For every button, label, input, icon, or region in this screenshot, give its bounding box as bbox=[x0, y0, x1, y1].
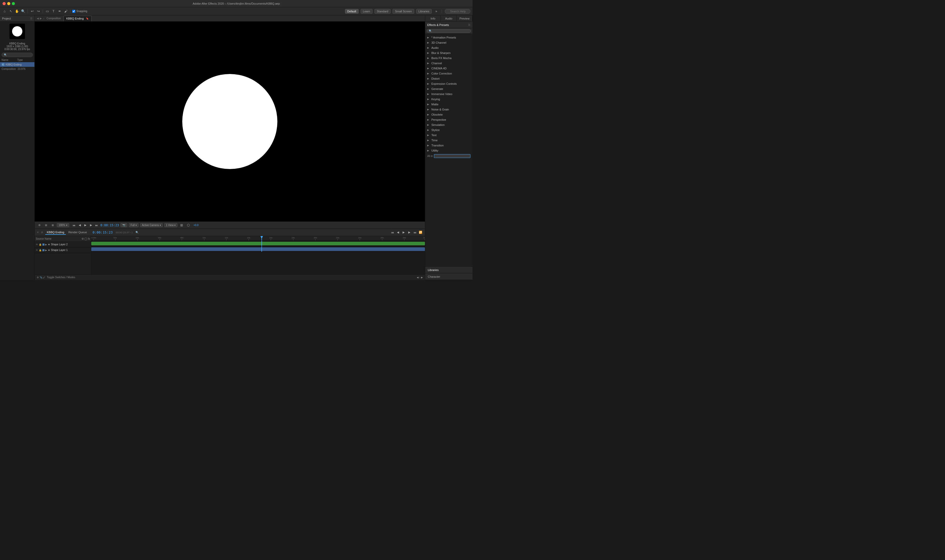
paint-tool[interactable]: 🖌 bbox=[63, 9, 68, 14]
play-btn[interactable]: ▶ bbox=[83, 223, 88, 228]
layer-visibility-2[interactable]: 👁 bbox=[36, 243, 38, 246]
viewer-grid-btn[interactable]: ⊞ bbox=[50, 223, 55, 228]
effects-item-obsolete[interactable]: ▶ Obsolete bbox=[425, 112, 473, 117]
effects-item-matte[interactable]: ▶ Matte bbox=[425, 102, 473, 107]
workspace-default[interactable]: Default bbox=[345, 9, 359, 14]
effects-item-color-correction[interactable]: ▶ Color Correction bbox=[425, 71, 473, 76]
close-button[interactable] bbox=[3, 2, 6, 5]
layer-lock-1[interactable]: 🔒 bbox=[39, 249, 42, 251]
comp-nav-left[interactable]: ◀ bbox=[37, 17, 39, 20]
tl-transport-prev[interactable]: ⏮ bbox=[390, 230, 395, 235]
select-tool[interactable]: ↖ bbox=[8, 9, 13, 14]
effects-item-stylize[interactable]: ▶ Stylize bbox=[425, 128, 473, 132]
maximize-button[interactable] bbox=[12, 2, 15, 5]
tl-transport-prev2[interactable]: ◀ bbox=[396, 230, 400, 235]
layer-expand-2[interactable]: ▶ bbox=[45, 243, 47, 246]
workspace-libraries[interactable]: Libraries bbox=[416, 9, 432, 14]
effects-search-input[interactable] bbox=[427, 29, 471, 33]
effects-item-channel[interactable]: ▶ Channel bbox=[425, 61, 473, 66]
viewer-camera-icon[interactable]: 📷 bbox=[120, 223, 127, 227]
workspace-small-screen[interactable]: Small Screen bbox=[393, 9, 414, 14]
tl-loop-btn[interactable]: 🔁 bbox=[418, 230, 423, 235]
layer-visibility-1[interactable]: 👁 bbox=[36, 249, 38, 251]
layer-row-1[interactable]: 👁 🔒 ▶ ★ Shape Layer 1 bbox=[35, 248, 91, 253]
effects-item-animation-presets[interactable]: ▶ * Animation Presets bbox=[425, 35, 473, 40]
layer-row-2[interactable]: 👁 🔒 ▶ ★ Shape Layer 2 bbox=[35, 242, 91, 248]
go-end-btn[interactable]: ⏭ bbox=[94, 223, 99, 228]
timeline-tab-render[interactable]: Render Queue bbox=[67, 230, 88, 235]
view-mode-selector[interactable]: Active Camera ▾ bbox=[140, 223, 163, 227]
go-start-btn[interactable]: ⏮ bbox=[72, 223, 76, 228]
effects-item-3d-channel[interactable]: ▶ 3D Channel bbox=[425, 40, 473, 45]
track-bar-layer2[interactable] bbox=[91, 242, 425, 245]
tl-transport-play[interactable]: ▶ bbox=[401, 230, 406, 235]
effects-item-simulation[interactable]: ▶ Simulation bbox=[425, 122, 473, 128]
all-in-input[interactable] bbox=[434, 154, 470, 158]
next-frame-btn[interactable]: ▶ bbox=[89, 223, 93, 228]
layer-expand-1[interactable]: ▶ bbox=[45, 249, 47, 251]
effects-item-boris-fx[interactable]: ▶ Boris FX Mocha bbox=[425, 55, 473, 61]
effects-item-audio[interactable]: ▶ Audio bbox=[425, 45, 473, 50]
comp-nav-right[interactable]: ▶ bbox=[40, 17, 42, 20]
viewer-settings-btn[interactable]: ⚙ bbox=[37, 223, 42, 228]
timeline-tab-comp[interactable]: KBBQ Ending bbox=[45, 230, 66, 235]
rectangle-tool[interactable]: ▭ bbox=[45, 9, 50, 14]
minimize-button[interactable] bbox=[7, 2, 10, 5]
tl-transport-next[interactable]: ▶ bbox=[407, 230, 412, 235]
effects-item-blur-sharpen[interactable]: ▶ Blur & Sharpen bbox=[425, 50, 473, 55]
effects-item-expression[interactable]: ▶ Expression Controls bbox=[425, 81, 473, 86]
project-search-input[interactable] bbox=[2, 53, 33, 57]
effects-item-time[interactable]: ▶ Time bbox=[425, 138, 473, 143]
snapping-checkbox[interactable] bbox=[72, 10, 76, 13]
item-label: Noise & Grain bbox=[432, 108, 449, 111]
tab-libraries[interactable]: Libraries bbox=[425, 267, 473, 273]
effects-item-text[interactable]: ▶ Text bbox=[425, 132, 473, 138]
tab-info[interactable]: Info bbox=[425, 15, 441, 22]
viewer-fit-btn[interactable]: ⊞ bbox=[43, 223, 49, 228]
layer-lock-2[interactable]: 🔒 bbox=[39, 243, 42, 246]
timeline-mode-icons[interactable]: ⚙ 📎 🖊 bbox=[37, 276, 45, 279]
effects-item-perspective[interactable]: ▶ Perspective bbox=[425, 117, 473, 122]
timeline-scroll-left[interactable]: ◀ ○ ▶ bbox=[417, 276, 423, 279]
track-bar-layer1[interactable] bbox=[91, 248, 425, 251]
effects-item-distort[interactable]: ▶ Distort bbox=[425, 76, 473, 81]
effects-item-immersive[interactable]: ▶ Immersive Video bbox=[425, 91, 473, 97]
toggle-switches-label[interactable]: Toggle Switches / Modes bbox=[47, 276, 76, 279]
timeline-close-icon[interactable]: ✕ bbox=[37, 231, 39, 234]
redo-button[interactable]: ↪ bbox=[36, 9, 41, 14]
project-menu-icon[interactable]: ☰ bbox=[30, 17, 32, 20]
workspace-standard[interactable]: Standard bbox=[375, 9, 391, 14]
view-count-selector[interactable]: 1 View ▾ bbox=[164, 223, 178, 227]
comp-home-icon[interactable]: ⌂ bbox=[43, 17, 45, 20]
quality-selector[interactable]: Full ▾ bbox=[129, 223, 139, 227]
project-item-kbbq[interactable]: C KBBQ Ending bbox=[0, 62, 34, 67]
tab-preview[interactable]: Preview bbox=[457, 15, 473, 22]
comp-tab-kbbq[interactable]: KBBQ Ending 🔖 bbox=[63, 16, 91, 22]
layer-header: Source Name ⚙ ◯ fx bbox=[35, 236, 91, 242]
effects-panel-menu[interactable]: ☰ bbox=[468, 23, 470, 26]
effects-item-generate[interactable]: ▶ Generate bbox=[425, 86, 473, 91]
workspace-learn[interactable]: Learn bbox=[361, 9, 373, 14]
text-tool[interactable]: T bbox=[51, 9, 56, 14]
timeline-search-icon[interactable]: 🔍 bbox=[136, 231, 139, 234]
effects-item-transition[interactable]: ▶ Transition bbox=[425, 143, 473, 148]
zoom-selector[interactable]: 100% ▾ bbox=[57, 223, 69, 227]
hand-tool[interactable]: ✋ bbox=[14, 9, 20, 14]
viewer-render-icon[interactable]: ⬡ bbox=[186, 223, 191, 228]
search-help-input[interactable] bbox=[445, 9, 470, 14]
effects-item-noise-grain[interactable]: ▶ Noise & Grain bbox=[425, 107, 473, 112]
timeline-settings-icon[interactable]: ⚙ bbox=[41, 231, 43, 234]
undo-button[interactable]: ↩ bbox=[29, 9, 35, 14]
effects-item-keying[interactable]: ▶ Keying bbox=[425, 97, 473, 102]
tab-character[interactable]: Character bbox=[425, 273, 473, 280]
home-button[interactable]: ⌂ bbox=[2, 9, 7, 14]
zoom-tool[interactable]: 🔍 bbox=[20, 9, 26, 14]
pen-tool[interactable]: ✒ bbox=[57, 9, 62, 14]
viewer-grid-icon[interactable]: ⊞ bbox=[179, 223, 184, 228]
effects-item-utility[interactable]: ▶ Utility bbox=[425, 148, 473, 153]
tab-audio[interactable]: Audio bbox=[441, 15, 456, 22]
tl-transport-end[interactable]: ⏭ bbox=[413, 230, 417, 235]
effects-item-cinema4d[interactable]: ▶ CINEMA 4D bbox=[425, 66, 473, 71]
workspace-overflow[interactable]: » bbox=[434, 9, 439, 14]
prev-frame-btn[interactable]: ◀ bbox=[77, 223, 82, 228]
